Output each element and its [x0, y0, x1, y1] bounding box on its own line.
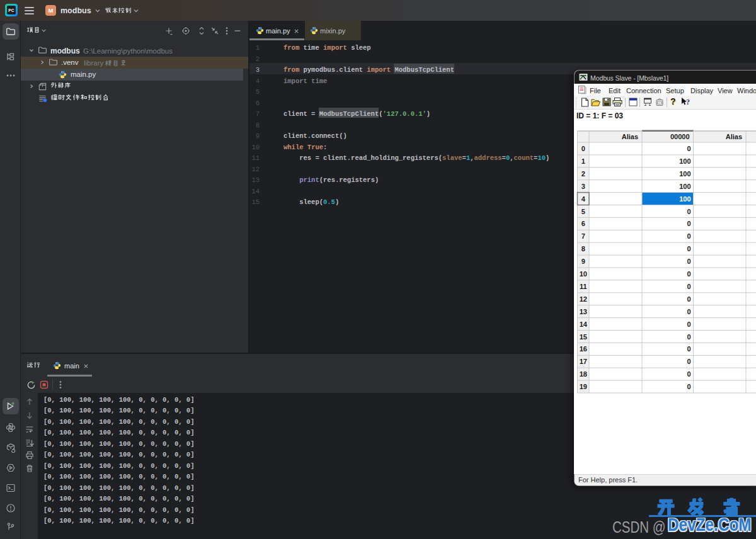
svg-text:11: 11 — [580, 283, 587, 290]
svg-text:Alias: Alias — [622, 133, 638, 140]
svg-text:0: 0 — [687, 220, 690, 227]
svg-text:0: 0 — [687, 321, 690, 328]
svg-text:13: 13 — [580, 308, 587, 315]
svg-text:2: 2 — [581, 170, 585, 178]
svg-text:100: 100 — [679, 157, 690, 165]
svg-text:12: 12 — [580, 295, 587, 303]
svg-text:14: 14 — [580, 321, 588, 328]
svg-text:10: 10 — [580, 270, 587, 278]
svg-text:9: 9 — [581, 258, 585, 265]
svg-text:0: 0 — [687, 258, 690, 265]
svg-text:?: ? — [686, 98, 690, 106]
svg-text:0: 0 — [687, 383, 690, 390]
svg-text:3: 3 — [581, 183, 585, 190]
svg-text:0: 0 — [581, 145, 585, 152]
svg-text:0: 0 — [687, 358, 690, 365]
svg-text:4: 4 — [581, 195, 586, 203]
svg-text:5: 5 — [581, 208, 585, 215]
svg-text:0: 0 — [687, 333, 690, 341]
svg-text:0: 0 — [687, 308, 690, 315]
svg-text:00000: 00000 — [670, 133, 690, 140]
svg-text:17: 17 — [580, 358, 587, 365]
svg-text:Alias: Alias — [726, 133, 742, 140]
svg-text:0: 0 — [687, 345, 690, 353]
svg-text:0: 0 — [687, 145, 690, 152]
svg-text:16: 16 — [580, 345, 587, 353]
svg-text:18: 18 — [580, 370, 587, 378]
svg-text:0: 0 — [687, 370, 690, 378]
svg-text:0: 0 — [687, 283, 690, 290]
svg-text:0: 0 — [687, 245, 690, 252]
svg-text:15: 15 — [580, 333, 587, 341]
svg-text:8: 8 — [581, 245, 585, 252]
svg-text:7: 7 — [581, 232, 585, 240]
svg-text:100: 100 — [679, 183, 690, 190]
svg-text:100: 100 — [679, 195, 690, 203]
svg-text:0: 0 — [687, 295, 690, 303]
svg-text:6: 6 — [581, 220, 585, 227]
svg-text:0: 0 — [687, 208, 690, 215]
svg-text:19: 19 — [580, 383, 587, 390]
svg-text:0: 0 — [687, 270, 690, 278]
svg-text:0: 0 — [687, 232, 690, 240]
svg-text:1: 1 — [581, 157, 585, 165]
svg-text:100: 100 — [679, 170, 690, 178]
